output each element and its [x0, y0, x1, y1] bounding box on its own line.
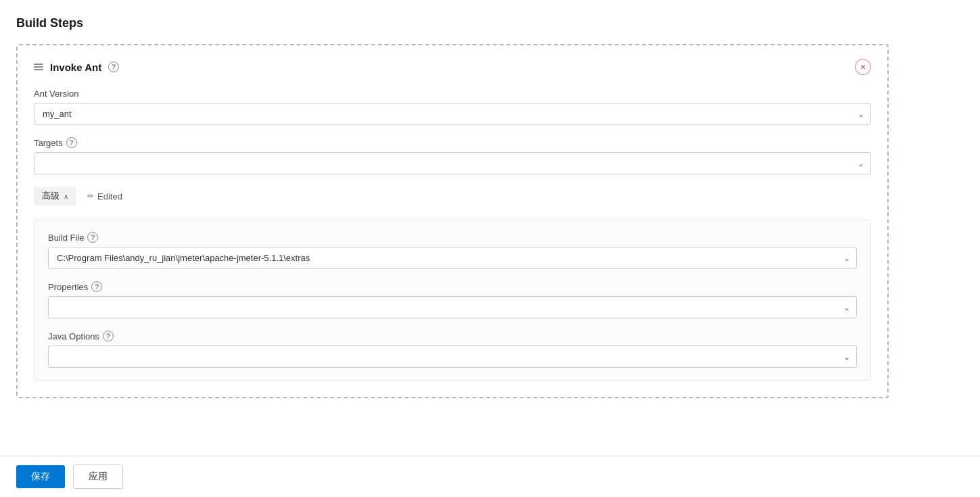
java-options-input[interactable] [48, 346, 857, 368]
build-steps-card: Invoke Ant ? × Ant Version my_ant (Defau… [16, 44, 889, 398]
card-close-button[interactable]: × [855, 59, 871, 75]
page-title: Build Steps [16, 16, 926, 30]
ant-version-group: Ant Version my_ant (Default) 1.9 1.10 ⌄ [34, 89, 871, 125]
properties-input-wrapper: ⌄ [48, 296, 857, 318]
java-options-group: Java Options ? ⌄ [48, 331, 857, 368]
build-file-label: Build File ? [48, 232, 857, 243]
advanced-section: Build File ? ⌄ Properties ? ⌄ [34, 219, 871, 381]
edited-label: Edited [97, 191, 122, 202]
advanced-button-label: 高级 [42, 190, 60, 202]
build-file-group: Build File ? ⌄ [48, 232, 857, 269]
advanced-chevron-up-icon: ∧ [64, 193, 68, 200]
bottom-bar: 保存 应用 [0, 456, 980, 497]
advanced-row: 高级 ∧ ✏ Edited [34, 187, 871, 206]
ant-version-select-wrapper: my_ant (Default) 1.9 1.10 ⌄ [34, 103, 871, 125]
edited-badge: ✏ Edited [87, 191, 122, 202]
targets-input[interactable] [34, 152, 871, 174]
pencil-icon: ✏ [87, 191, 94, 201]
java-options-help-icon[interactable]: ? [103, 331, 114, 341]
java-options-label: Java Options ? [48, 331, 857, 341]
card-title: Invoke Ant [50, 62, 101, 73]
save-button[interactable]: 保存 [16, 465, 65, 488]
build-file-input[interactable] [48, 247, 857, 269]
apply-button[interactable]: 应用 [73, 465, 123, 489]
targets-group: Targets ? ⌄ [34, 137, 871, 174]
properties-group: Properties ? ⌄ [48, 281, 857, 318]
properties-help-icon[interactable]: ? [91, 281, 102, 292]
targets-help-icon[interactable]: ? [66, 137, 77, 148]
card-header-left: Invoke Ant ? [34, 62, 119, 73]
build-file-input-wrapper: ⌄ [48, 247, 857, 269]
ant-version-label: Ant Version [34, 89, 871, 99]
build-file-help-icon[interactable]: ? [87, 232, 98, 243]
properties-input[interactable] [48, 296, 857, 318]
targets-label: Targets ? [34, 137, 871, 148]
card-help-icon[interactable]: ? [108, 62, 119, 72]
targets-input-wrapper: ⌄ [34, 152, 871, 174]
properties-label: Properties ? [48, 281, 857, 292]
drag-handle-icon[interactable] [34, 64, 43, 70]
java-options-input-wrapper: ⌄ [48, 346, 857, 368]
card-header: Invoke Ant ? × [34, 59, 871, 75]
advanced-button[interactable]: 高级 ∧ [34, 187, 76, 206]
ant-version-select[interactable]: my_ant (Default) 1.9 1.10 [34, 103, 871, 125]
